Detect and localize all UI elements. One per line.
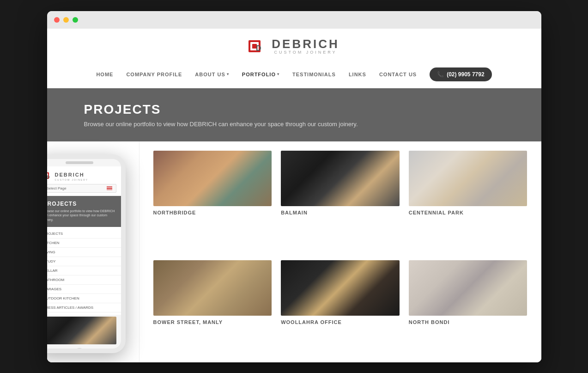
mobile-menu-press[interactable]: PRESS ARTICLES / AWARDS xyxy=(47,303,121,312)
mobile-logo-icon: D xyxy=(47,171,54,180)
mobile-logo-text-area: DEBRICH CUSTOM JOINERY xyxy=(55,170,89,181)
mobile-menu-garages[interactable]: GARAGES xyxy=(47,285,121,294)
nav-portfolio[interactable]: PORTFOLIO ▾ xyxy=(242,72,279,77)
bower-image xyxy=(153,260,272,316)
about-us-dropdown-arrow: ▾ xyxy=(227,72,229,76)
browser-maximize-dot[interactable] xyxy=(73,17,78,23)
balmain-label: BALMAIN xyxy=(281,210,400,215)
mobile-menu-living[interactable]: LIVING xyxy=(47,248,121,257)
browser-window: D DEBRICH CUSTOM JOINERY HOME COMPANY PR… xyxy=(47,11,541,362)
svg-text:D: D xyxy=(47,175,50,179)
mobile-overlay: D DEBRICH CUSTOM JOINERY Select Page xyxy=(47,154,142,362)
nav-about-us[interactable]: ABOUT US ▾ xyxy=(195,72,229,77)
mobile-menu-outdoor[interactable]: OUTDOOR KITCHEN xyxy=(47,294,121,303)
nav-links[interactable]: LINKS xyxy=(349,72,366,77)
northbridge-label: NORTHBRIDGE xyxy=(153,210,272,215)
portfolio-item-centennial[interactable]: CENTENNIAL PARK xyxy=(409,151,527,251)
page-subtitle: Browse our online portfolio to view how … xyxy=(84,121,504,128)
portfolio-item-northbondi[interactable]: NORTH BONDI xyxy=(409,260,527,361)
mobile-menu-bathroom[interactable]: BATHROOM xyxy=(47,275,121,285)
northbondi-label: NORTH BONDI xyxy=(409,319,527,325)
centennial-label: CENTENNIAL PARK xyxy=(409,210,527,215)
mobile-menu-cellar[interactable]: CELLAR xyxy=(47,266,121,275)
mobile-banner-text: Browse our online portfolio to view how … xyxy=(47,209,115,222)
mobile-frame: D DEBRICH CUSTOM JOINERY Select Page xyxy=(47,154,126,353)
portfolio-item-woollahra[interactable]: WOOLLAHRA OFFICE xyxy=(281,260,400,361)
portfolio-grid: NORTHBRIDGE BALMAIN CENTENNIAL PARK BOWE… xyxy=(139,141,541,362)
mobile-logo-name: DEBRICH xyxy=(55,172,85,177)
portfolio-dropdown-arrow: ▾ xyxy=(277,72,279,76)
page-title: PROJECTS xyxy=(84,102,504,117)
browser-chrome xyxy=(47,11,541,29)
mobile-header: D DEBRICH CUSTOM JOINERY Select Page xyxy=(47,166,121,196)
mobile-menu-study[interactable]: STUDY xyxy=(47,257,121,266)
mobile-logo: D DEBRICH CUSTOM JOINERY xyxy=(47,170,116,181)
mobile-menu: PROJECTS KITCHEN LIVING STUDY CELLAR BAT… xyxy=(47,227,121,315)
northbondi-image xyxy=(409,260,527,316)
browser-minimize-dot[interactable] xyxy=(63,17,69,23)
logo-subtitle: CUSTOM JOINERY xyxy=(272,50,339,55)
logo-name: DEBRICH xyxy=(272,38,339,50)
portfolio-item-northbridge[interactable]: NORTHBRIDGE xyxy=(153,151,272,251)
mobile-home-button[interactable] xyxy=(73,348,86,353)
logo-icon: D xyxy=(249,38,269,54)
mobile-select-page-label: Select Page xyxy=(47,186,67,190)
woollahra-label: WOOLLAHRA OFFICE xyxy=(281,319,400,325)
balmain-image xyxy=(281,151,400,206)
page-banner: PROJECTS Browse our online portfolio to … xyxy=(47,88,541,141)
svg-text:D: D xyxy=(256,44,261,52)
mobile-hamburger-icon[interactable] xyxy=(107,186,112,190)
bower-label: BOWER STREET, MANLY xyxy=(153,319,272,325)
centennial-image xyxy=(409,151,527,206)
mobile-select-bar[interactable]: Select Page xyxy=(47,184,116,193)
mobile-logo-subtitle: CUSTOM JOINERY xyxy=(55,178,89,181)
mobile-menu-kitchen[interactable]: KITCHEN xyxy=(47,238,121,248)
site-header: D DEBRICH CUSTOM JOINERY HOME COMPANY PR… xyxy=(47,29,541,88)
mobile-notch xyxy=(66,161,93,164)
mobile-banner: PROJECTS Browse our online portfolio to … xyxy=(47,196,121,227)
nav-testimonials[interactable]: TESTIMONIALS xyxy=(292,72,336,77)
mobile-menu-projects[interactable]: PROJECTS xyxy=(47,229,121,238)
portfolio-item-bower[interactable]: BOWER STREET, MANLY xyxy=(153,260,272,361)
woollahra-image xyxy=(281,260,400,316)
nav-home[interactable]: HOME xyxy=(96,72,113,77)
main-nav: HOME COMPANY PROFILE ABOUT US ▾ PORTFOLI… xyxy=(96,62,491,88)
mobile-banner-title: PROJECTS xyxy=(47,201,115,207)
northbridge-image xyxy=(153,151,272,206)
portfolio-item-balmain[interactable]: BALMAIN xyxy=(281,151,400,251)
phone-button[interactable]: 📞 (02) 9905 7792 xyxy=(430,67,491,81)
browser-close-dot[interactable] xyxy=(54,17,60,23)
nav-company-profile[interactable]: COMPANY PROFILE xyxy=(126,72,182,77)
nav-contact-us[interactable]: CONTACT US xyxy=(379,72,417,77)
phone-number: (02) 9905 7792 xyxy=(447,71,484,78)
phone-icon: 📞 xyxy=(437,71,444,78)
logo-area[interactable]: D DEBRICH CUSTOM JOINERY xyxy=(249,38,339,55)
logo-text-area: DEBRICH CUSTOM JOINERY xyxy=(272,38,339,55)
mobile-portfolio-image[interactable] xyxy=(47,317,116,344)
